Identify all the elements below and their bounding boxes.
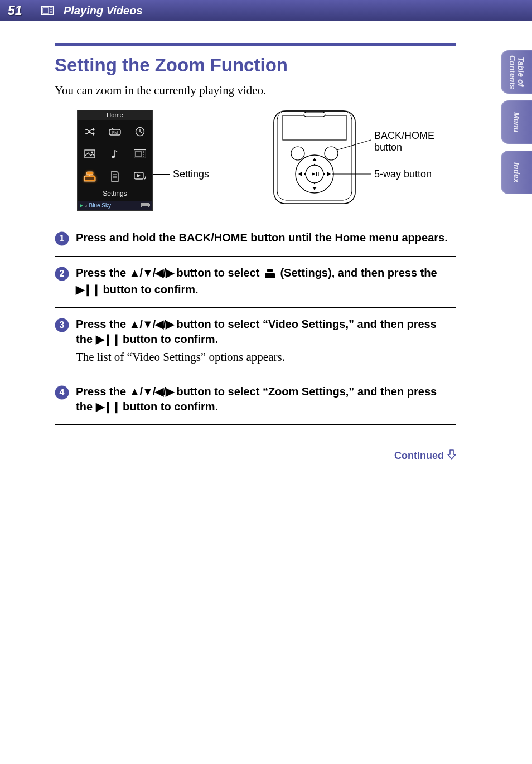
svg-rect-13 (136, 151, 141, 157)
now-playing-track: Blue Sky (89, 202, 111, 209)
svg-rect-18 (85, 177, 94, 180)
callout-settings-label: Settings (173, 168, 209, 180)
tab-contents[interactable]: Table ofContents (501, 50, 532, 94)
page-header: 51 Playing Videos (0, 0, 532, 21)
tab-index-label: Index (512, 162, 521, 183)
home-screen-figure: Home FM Settings ▶ ♪ (77, 110, 153, 211)
step-1-text: Press and hold the BACK/HOME button unti… (76, 230, 448, 245)
clock-icon (127, 120, 152, 143)
callout-backhome-line1: BACK/HOME (374, 130, 434, 142)
page-content: Setting the Zoom Function You can zoom i… (0, 21, 532, 462)
music-icon (103, 143, 128, 165)
svg-text:4: 4 (60, 388, 65, 397)
settings-toolbox-icon (264, 267, 276, 282)
page-title: Setting the Zoom Function (55, 55, 456, 76)
steps-list: 1 Press and hold the BACK/HOME button un… (55, 221, 456, 425)
svg-text:1: 1 (60, 234, 65, 243)
callout-settings: Settings (153, 168, 209, 180)
svg-rect-9 (85, 150, 95, 158)
step-3-text: Press the ▲/▼/◀/▶ button to select “Vide… (76, 317, 456, 347)
step-badge-3: 3 (55, 318, 69, 332)
video-icon (127, 143, 152, 165)
callout-5way-label: 5-way button (374, 168, 432, 180)
down-arrow-icon (447, 449, 456, 462)
callout-backhome-line2: button (374, 142, 402, 153)
side-tabs: Table ofContents Menu Index (501, 50, 532, 194)
callout-backhome: BACK/HOME button (374, 130, 434, 153)
tab-index[interactable]: Index (501, 151, 532, 194)
svg-text:3: 3 (60, 320, 65, 330)
step-4: 4 Press the ▲/▼/◀/▶ button to select “Zo… (55, 375, 456, 425)
battery-icon (141, 202, 150, 209)
svg-point-11 (112, 156, 115, 158)
playpause-glyph: ▶❙❙ (76, 283, 100, 296)
intro-text: You can zoom in the currently playing vi… (55, 84, 456, 98)
photo-icon (78, 143, 103, 165)
shuffle-icon (78, 120, 103, 143)
step-2: 2 Press the ▲/▼/◀/▶ button to select (Se… (55, 257, 456, 308)
svg-rect-34 (316, 172, 317, 176)
device-figure: BACK/HOME button 5-way button (270, 110, 371, 207)
tab-menu[interactable]: Menu (501, 100, 532, 144)
svg-text:FM: FM (112, 130, 118, 134)
settings-icon-highlighted (78, 165, 103, 187)
svg-point-36 (304, 173, 306, 175)
continued-indicator: Continued (55, 449, 456, 462)
home-selected-label: Settings (78, 187, 152, 201)
svg-rect-25 (149, 204, 150, 206)
svg-point-38 (314, 164, 316, 166)
svg-text:2: 2 (60, 269, 65, 278)
svg-point-10 (91, 152, 93, 153)
continued-label: Continued (394, 450, 444, 462)
home-nowplaying-bar: ▶ ♪ Blue Sky (78, 201, 152, 210)
tab-contents-line2: Contents (508, 55, 517, 89)
section-name: Playing Videos (64, 4, 143, 17)
top-rule (55, 43, 456, 46)
step-badge-1: 1 (55, 231, 69, 246)
svg-point-37 (323, 173, 325, 175)
nowplaying-icon (127, 165, 152, 187)
page-number: 51 (8, 3, 41, 18)
play-triangle-icon: ▶ (80, 203, 83, 208)
step-3: 3 Press the ▲/▼/◀/▶ button to select “Vi… (55, 308, 456, 375)
home-grid: FM (78, 120, 152, 187)
playpause-glyph: ▶❙❙ (96, 400, 120, 413)
note-icon: ♪ (85, 203, 88, 209)
dpad-arrows-glyph: ▲/▼/◀/▶ (129, 318, 173, 330)
tab-menu-label: Menu (512, 112, 521, 133)
svg-rect-29 (304, 112, 325, 117)
step-2-text: Press the ▲/▼/◀/▶ button to select (Sett… (76, 265, 456, 297)
step-1: 1 Press and hold the BACK/HOME button un… (55, 221, 456, 257)
callout-5way: 5-way button (374, 168, 432, 180)
svg-point-39 (314, 183, 316, 185)
svg-rect-24 (142, 204, 148, 206)
svg-rect-35 (318, 172, 319, 176)
step-badge-4: 4 (55, 385, 69, 400)
step-4-text: Press the ▲/▼/◀/▶ button to select “Zoom… (76, 384, 456, 414)
home-title-bar: Home (78, 110, 152, 120)
figure-row: Home FM Settings ▶ ♪ (55, 110, 456, 211)
step-3-note: The list of “Video Settings” options app… (76, 349, 456, 365)
step-badge-2: 2 (55, 267, 69, 281)
tab-contents-line1: Table of (516, 57, 525, 86)
svg-rect-1 (43, 8, 49, 13)
playlist-icon (103, 165, 128, 187)
video-section-icon (41, 6, 54, 15)
dpad-arrows-glyph: ▲/▼/◀/▶ (129, 267, 173, 279)
playpause-glyph: ▶❙❙ (96, 333, 120, 345)
fm-icon: FM (103, 120, 128, 143)
dpad-arrows-glyph: ▲/▼/◀/▶ (129, 385, 173, 398)
